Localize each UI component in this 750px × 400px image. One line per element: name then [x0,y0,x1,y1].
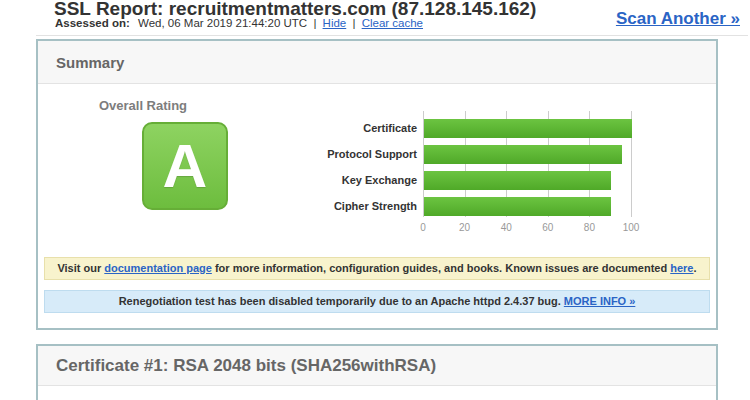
certificate-box-title: Certificate #1: RSA 2048 bits (SHA256wit… [56,356,436,376]
doc-notice-middle: for more information, configuration guid… [212,262,670,274]
ratings-chart: CertificateProtocol SupportKey ExchangeC… [277,111,637,251]
bar-label-protocol-support: Protocol Support [277,145,417,164]
chart-labels: CertificateProtocol SupportKey ExchangeC… [277,111,417,217]
documentation-notice: Visit our documentation page for more in… [44,257,710,280]
grade-badge: A [142,122,228,210]
chart-plot: 020406080100 [423,111,635,217]
separator: | [352,17,355,29]
header-divider [36,35,748,36]
known-issues-here-link[interactable]: here [670,262,693,274]
rating-bar-certificate [424,119,632,138]
bar-label-key-exchange: Key Exchange [277,171,417,190]
axis-tick-label: 80 [584,222,595,233]
axis-tick-label: 60 [542,222,553,233]
assessed-on-value: Wed, 06 Mar 2019 21:44:20 UTC [138,17,307,29]
ssl-report-page: SSL Report: recruitmentmatters.com (87.1… [0,0,750,400]
rating-bar-cipher-strength [424,197,611,216]
bar-label-cipher-strength: Cipher Strength [277,197,417,216]
summary-box-content: Overall Rating A CertificateProtocol Sup… [38,84,716,327]
assessed-on-row: Assessed on: Wed, 06 Mar 2019 21:44:20 U… [55,17,423,29]
axis-tick-label: 40 [501,222,512,233]
certificate-box-header: Certificate #1: RSA 2048 bits (SHA256wit… [38,346,716,386]
assessed-on-label: Assessed on: [55,17,130,29]
renegotiation-notice-text: Renegotiation test has been disabled tem… [119,295,564,307]
rating-bar-key-exchange [424,171,611,190]
separator: | [313,17,316,29]
hide-link[interactable]: Hide [323,17,347,29]
bar-label-certificate: Certificate [277,119,417,138]
rating-bar-protocol-support [424,145,622,164]
axis-tick-label: 0 [420,222,426,233]
clear-cache-link[interactable]: Clear cache [362,17,423,29]
scan-another-link[interactable]: Scan Another » [616,9,740,29]
summary-box-header: Summary [38,41,716,84]
summary-box: Summary Overall Rating A CertificateProt… [36,39,718,330]
grade-letter: A [163,135,208,197]
axis-tick-label: 100 [623,222,640,233]
renegotiation-notice: Renegotiation test has been disabled tem… [44,290,710,313]
more-info-link[interactable]: MORE INFO » [564,295,636,307]
overall-rating-label: Overall Rating [78,98,208,113]
doc-notice-prefix: Visit our [57,262,104,274]
summary-box-title: Summary [56,54,124,71]
certificate-box: Certificate #1: RSA 2048 bits (SHA256wit… [36,344,718,400]
documentation-page-link[interactable]: documentation page [104,262,212,274]
doc-notice-suffix: . [694,262,697,274]
axis-tick-label: 20 [459,222,470,233]
